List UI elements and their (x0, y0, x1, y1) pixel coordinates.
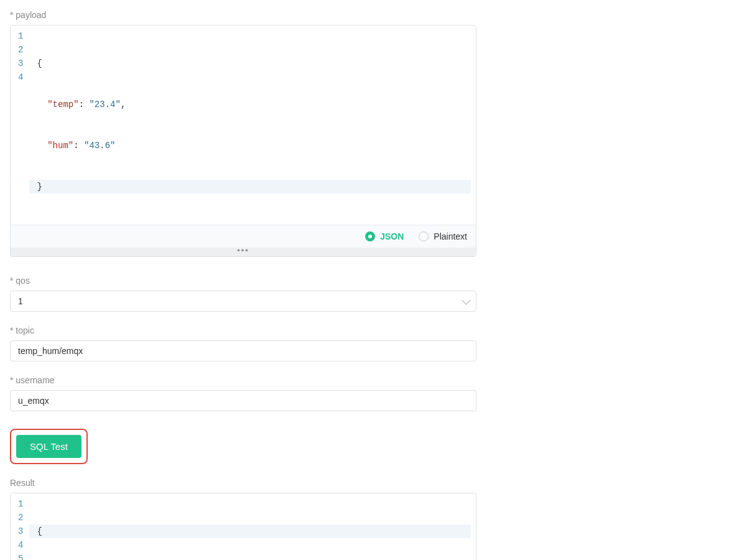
radio-unchecked-icon (419, 231, 429, 241)
username-input[interactable] (10, 390, 476, 411)
qos-value: 1 (18, 296, 23, 306)
result-code[interactable]: { "client_id": "c_emqx", "temp_hum": "{\… (29, 493, 476, 560)
sql-test-highlight: SQL Test (10, 429, 88, 464)
qos-label: * qos (10, 276, 476, 286)
payload-label: * payload (10, 10, 476, 20)
result-gutter: 1 2 3 4 5 (11, 493, 29, 560)
payload-code[interactable]: { "temp": "23.4", "hum": "43.6" } (29, 26, 476, 225)
format-json-radio[interactable]: JSON (365, 231, 404, 241)
format-bar: JSON Plaintext (11, 225, 476, 248)
result-label: Result (10, 478, 476, 488)
payload-editor[interactable]: 1 2 3 4 { "temp": "23.4", "hum": "43.6" … (10, 25, 476, 257)
topic-label: * topic (10, 325, 476, 335)
resize-handle[interactable]: ••• (11, 248, 476, 256)
qos-select[interactable]: 1 (10, 291, 476, 312)
format-plaintext-radio[interactable]: Plaintext (419, 231, 467, 241)
topic-input[interactable] (10, 340, 476, 362)
sql-test-button[interactable]: SQL Test (16, 435, 81, 458)
result-editor[interactable]: 1 2 3 4 5 { "client_id": "c_emqx", "temp… (10, 493, 476, 560)
payload-gutter: 1 2 3 4 (11, 26, 29, 225)
username-label: * username (10, 375, 476, 385)
radio-checked-icon (365, 231, 375, 241)
chevron-down-icon (462, 296, 470, 305)
